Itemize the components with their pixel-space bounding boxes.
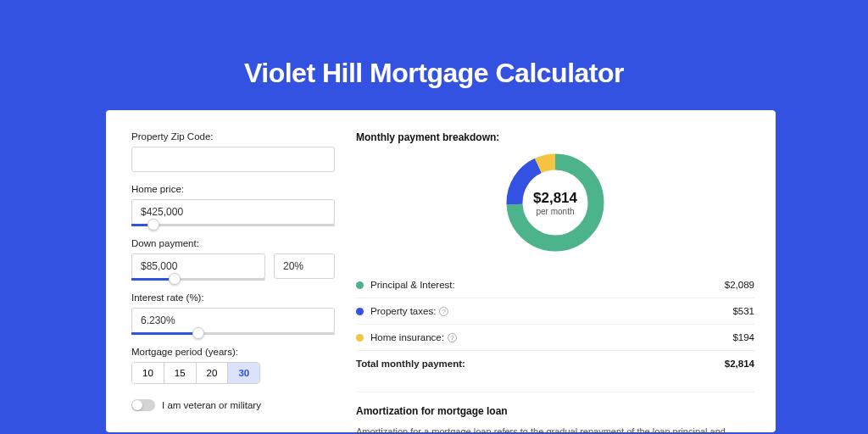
rate-slider[interactable] bbox=[131, 332, 335, 335]
amortization-title: Amortization for mortgage loan bbox=[356, 405, 754, 417]
period-btn-30[interactable]: 30 bbox=[228, 363, 259, 383]
legend-label: Home insurance:? bbox=[370, 332, 732, 342]
legend-row-1: Property taxes:?$531 bbox=[356, 298, 754, 325]
veteran-row: I am veteran or military bbox=[131, 399, 335, 411]
breakdown-column: Monthly payment breakdown: $2,814 per mo… bbox=[356, 131, 754, 432]
period-btn-10[interactable]: 10 bbox=[132, 363, 164, 383]
rate-slider-thumb[interactable] bbox=[192, 327, 204, 339]
price-label: Home price: bbox=[131, 184, 335, 194]
legend-label: Principal & Interest: bbox=[370, 280, 725, 290]
legend-value: $2,089 bbox=[725, 280, 754, 290]
rate-label: Interest rate (%): bbox=[131, 292, 335, 303]
price-input[interactable] bbox=[131, 199, 335, 225]
rate-input[interactable] bbox=[131, 308, 335, 333]
legend-dot bbox=[356, 308, 364, 315]
price-slider-thumb[interactable] bbox=[147, 219, 159, 231]
donut-amount: $2,814 bbox=[533, 190, 577, 207]
breakdown-title: Monthly payment breakdown: bbox=[356, 131, 754, 143]
total-label: Total monthly payment: bbox=[356, 359, 725, 369]
legend-label: Property taxes:? bbox=[370, 306, 732, 316]
legend-value: $531 bbox=[732, 306, 754, 316]
veteran-label: I am veteran or military bbox=[162, 400, 261, 410]
donut-center: $2,814 per month bbox=[533, 190, 577, 216]
legend-dot bbox=[356, 334, 364, 342]
down-amount-input[interactable] bbox=[131, 253, 265, 279]
help-icon[interactable]: ? bbox=[439, 307, 448, 316]
period-label: Mortgage period (years): bbox=[131, 347, 335, 357]
zip-input[interactable] bbox=[131, 147, 335, 172]
legend-value: $194 bbox=[732, 332, 754, 342]
period-btn-15[interactable]: 15 bbox=[164, 363, 197, 383]
total-row: Total monthly payment: $2,814 bbox=[356, 351, 754, 376]
zip-field: Property Zip Code: bbox=[131, 131, 335, 172]
down-pct-input[interactable] bbox=[274, 253, 335, 279]
donut-sub: per month bbox=[533, 207, 577, 216]
page-title: Violet Hill Mortgage Calculator bbox=[0, 58, 868, 89]
price-field: Home price: bbox=[131, 184, 335, 226]
down-slider[interactable] bbox=[131, 278, 265, 281]
down-field: Down payment: bbox=[131, 238, 335, 281]
inputs-column: Property Zip Code: Home price: Down paym… bbox=[131, 131, 335, 432]
down-slider-thumb[interactable] bbox=[169, 273, 181, 285]
legend-dot bbox=[356, 281, 364, 289]
veteran-toggle[interactable] bbox=[131, 399, 155, 411]
zip-label: Property Zip Code: bbox=[131, 131, 335, 142]
donut-chart: $2,814 per month bbox=[356, 152, 754, 253]
period-btn-20[interactable]: 20 bbox=[197, 363, 229, 383]
help-icon[interactable]: ? bbox=[448, 333, 457, 342]
down-label: Down payment: bbox=[131, 238, 335, 248]
amortization-text: Amortization for a mortgage loan refers … bbox=[356, 426, 754, 434]
legend-row-0: Principal & Interest:$2,089 bbox=[356, 272, 754, 298]
total-value: $2,814 bbox=[725, 359, 754, 369]
period-buttons: 10152030 bbox=[131, 362, 260, 384]
rate-field: Interest rate (%): bbox=[131, 292, 335, 335]
period-field: Mortgage period (years): 10152030 bbox=[131, 347, 335, 384]
toggle-knob bbox=[132, 400, 142, 410]
legend-row-2: Home insurance:?$194 bbox=[356, 325, 754, 351]
amortization-section: Amortization for mortgage loan Amortizat… bbox=[356, 392, 754, 434]
calculator-card: Property Zip Code: Home price: Down paym… bbox=[106, 110, 776, 432]
price-slider[interactable] bbox=[131, 224, 335, 226]
